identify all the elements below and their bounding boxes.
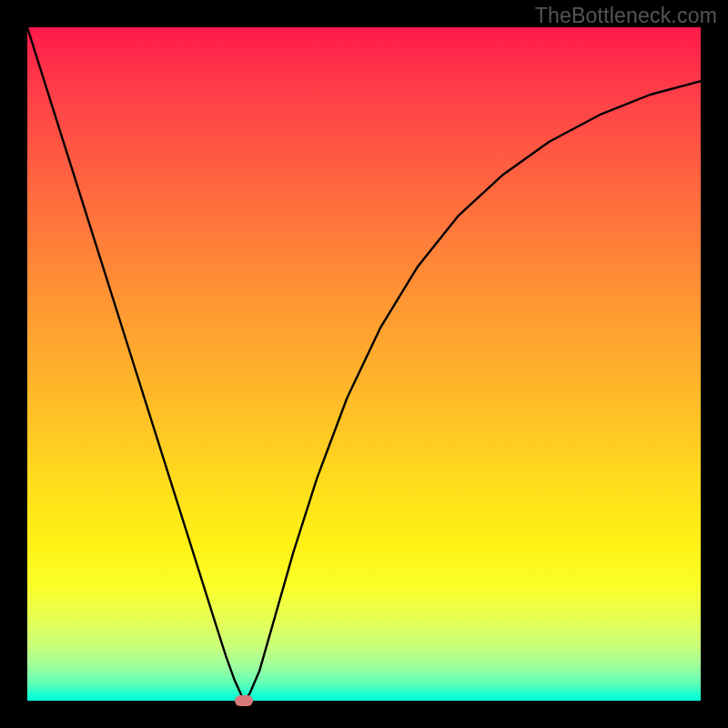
chart-frame: TheBottleneck.com — [0, 0, 728, 728]
optimal-point-marker — [235, 695, 253, 706]
bottleneck-curve — [27, 27, 701, 701]
curve-svg — [27, 27, 701, 701]
watermark-text: TheBottleneck.com — [535, 4, 717, 28]
plot-area — [27, 27, 701, 701]
